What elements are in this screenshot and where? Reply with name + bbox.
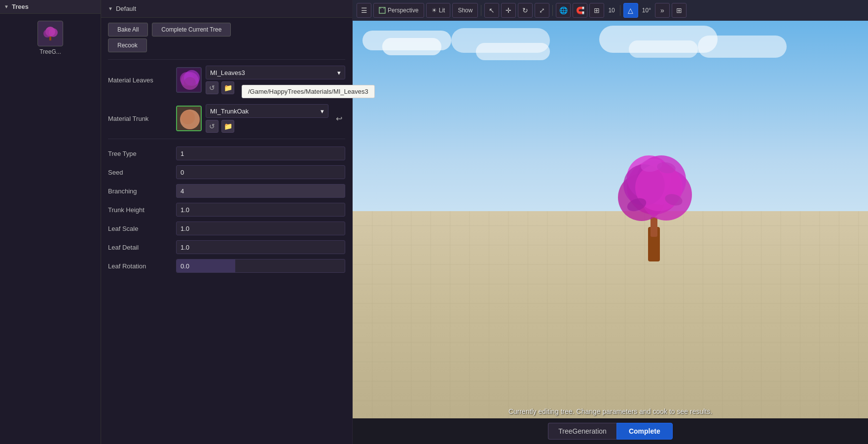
material-trunk-chevron-icon: ▾ xyxy=(321,108,324,115)
cloud4 xyxy=(476,43,550,60)
leaf-rotation-value: 0.0 xyxy=(181,262,189,270)
show-button[interactable]: Show xyxy=(452,3,478,18)
svg-point-11 xyxy=(181,111,195,124)
cloud2 xyxy=(382,38,441,55)
hamburger-menu-icon[interactable]: ☰ xyxy=(357,3,371,18)
branching-row: Branching xyxy=(108,182,345,200)
leaf-scale-label: Leaf Scale xyxy=(108,225,172,232)
material-trunk-thumbnail xyxy=(176,106,202,131)
cloud7 xyxy=(698,36,787,58)
leaf-detail-row: Leaf Detail xyxy=(108,238,345,257)
properties-panel: ▼ Default Bake All Complete Current Tree… xyxy=(101,0,353,444)
leaf-detail-input[interactable] xyxy=(176,240,345,254)
layout-icon[interactable]: ⊞ xyxy=(672,3,687,18)
tree-svg xyxy=(605,118,703,266)
material-leaves-reset-icon[interactable]: ↺ xyxy=(206,81,218,94)
viewport-status-text: Currently editing tree. Change parameter… xyxy=(508,407,712,415)
cloud6 xyxy=(629,40,698,58)
separator xyxy=(108,59,345,60)
leaf-rotation-row: Leaf Rotation 0.0 xyxy=(108,257,345,275)
trunk-height-input[interactable] xyxy=(176,203,345,217)
leaf-scale-row: Leaf Scale xyxy=(108,219,345,238)
angle-icon[interactable]: △ xyxy=(623,3,638,18)
angle-value: 10° xyxy=(640,7,653,14)
separator xyxy=(481,5,481,16)
tree-icon xyxy=(41,25,59,42)
branching-label: Branching xyxy=(108,187,172,195)
trunk-height-label: Trunk Height xyxy=(108,206,172,214)
material-trunk-revert-icon[interactable]: ↩ xyxy=(332,112,345,125)
material-leaves-select[interactable]: MI_Leaves3 ▾ xyxy=(206,66,345,79)
material-leaves-thumbnail xyxy=(176,67,202,93)
action-buttons-row1: Bake All Complete Current Tree xyxy=(101,18,352,38)
branching-input[interactable] xyxy=(176,184,345,198)
world-space-icon[interactable]: 🌐 xyxy=(556,3,571,18)
tree-object xyxy=(605,118,703,266)
separator2 xyxy=(108,139,345,139)
material-leaves-icons: ↺ 📁 xyxy=(206,81,345,94)
grid-value: 10 xyxy=(606,7,616,14)
material-leaves-browse-icon[interactable]: 📁 xyxy=(221,81,234,94)
sidebar-collapse-icon[interactable]: ▼ xyxy=(4,4,9,9)
snap-icon[interactable]: 🧲 xyxy=(573,3,587,18)
viewport-toolbar: ☰ Perspective ☀ Lit Show ↖ ✛ ↻ ⤢ 🌐 🧲 xyxy=(353,0,868,21)
lit-label: Lit xyxy=(439,7,445,14)
leaves-thumb-icon xyxy=(177,68,202,93)
svg-point-2 xyxy=(49,28,58,37)
complete-button[interactable]: Complete xyxy=(616,423,673,440)
bake-all-button[interactable]: Bake All xyxy=(108,23,148,37)
complete-current-tree-button[interactable]: Complete Current Tree xyxy=(152,23,231,37)
sidebar-header: ▼ Trees xyxy=(0,0,101,14)
panel-title: Default xyxy=(116,5,136,12)
material-trunk-icons: ↺ 📁 xyxy=(206,120,328,133)
panel-header: ▼ Default xyxy=(101,0,352,18)
perspective-icon xyxy=(379,7,386,14)
material-trunk-select-row: MI_TrunkOak ▾ xyxy=(206,104,328,118)
material-trunk-reset-icon[interactable]: ↺ xyxy=(206,120,218,133)
scale-tool-icon[interactable]: ⤢ xyxy=(535,3,549,18)
translate-tool-icon[interactable]: ✛ xyxy=(501,3,516,18)
material-trunk-controls: MI_TrunkOak ▾ ↺ 📁 xyxy=(206,104,328,133)
recook-button[interactable]: Recook xyxy=(108,38,147,52)
seed-input[interactable] xyxy=(176,165,345,179)
leaf-rotation-label: Leaf Rotation xyxy=(108,262,172,270)
material-leaves-row: Material Leaves MI_Leaves3 ▾ ↺ 📁 xyxy=(101,62,352,98)
panel-collapse-icon[interactable]: ▼ xyxy=(108,6,113,11)
material-trunk-select[interactable]: MI_TrunkOak ▾ xyxy=(206,104,328,118)
status-message: Currently editing tree. Change parameter… xyxy=(508,407,712,415)
tree-type-label: Tree Type xyxy=(108,150,172,157)
material-leaves-chevron-icon: ▾ xyxy=(337,69,341,76)
tree-generation-label: TreeGeneration xyxy=(548,423,616,440)
viewport-scene: Currently editing tree. Change parameter… xyxy=(353,21,868,444)
viewport: ☰ Perspective ☀ Lit Show ↖ ✛ ↻ ⤢ 🌐 🧲 xyxy=(353,0,868,444)
sidebar-title: Trees xyxy=(12,3,29,10)
leaf-detail-label: Leaf Detail xyxy=(108,244,172,251)
action-buttons-row2: Recook xyxy=(101,38,352,57)
tree-type-input[interactable] xyxy=(176,147,345,160)
rotate-tool-icon[interactable]: ↻ xyxy=(518,3,533,18)
select-tool-icon[interactable]: ↖ xyxy=(484,3,499,18)
perspective-label: Perspective xyxy=(388,7,419,14)
material-leaves-label: Material Leaves xyxy=(108,76,172,84)
leaf-scale-input[interactable] xyxy=(176,222,345,235)
grid-icon[interactable]: ⊞ xyxy=(589,3,604,18)
lit-icon: ☀ xyxy=(432,7,437,14)
material-leaves-select-row: MI_Leaves3 ▾ xyxy=(206,66,345,79)
viewport-bottom-bar: TreeGeneration Complete xyxy=(353,418,868,444)
tree-thumbnail xyxy=(37,21,63,46)
svg-point-8 xyxy=(184,77,196,89)
lit-button[interactable]: ☀ Lit xyxy=(426,3,451,18)
separator3 xyxy=(620,5,620,16)
material-trunk-row: Material Trunk MI_TrunkOak ▾ ↺ 📁 ↩ xyxy=(101,100,352,137)
tree-item-label: TreeG... xyxy=(39,48,61,55)
svg-rect-3 xyxy=(49,37,51,40)
material-trunk-browse-icon[interactable]: 📁 xyxy=(221,120,234,133)
sidebar-item-treeg[interactable]: TreeG... xyxy=(0,14,101,59)
perspective-button[interactable]: Perspective xyxy=(373,3,424,18)
leaf-rotation-slider[interactable]: 0.0 xyxy=(176,259,345,273)
material-trunk-value: MI_TrunkOak xyxy=(210,108,249,115)
expand-icon[interactable]: » xyxy=(655,3,670,18)
trunk-thumb-icon xyxy=(177,107,202,131)
trunk-height-row: Trunk Height xyxy=(108,200,345,219)
tree-type-row: Tree Type xyxy=(108,144,345,163)
